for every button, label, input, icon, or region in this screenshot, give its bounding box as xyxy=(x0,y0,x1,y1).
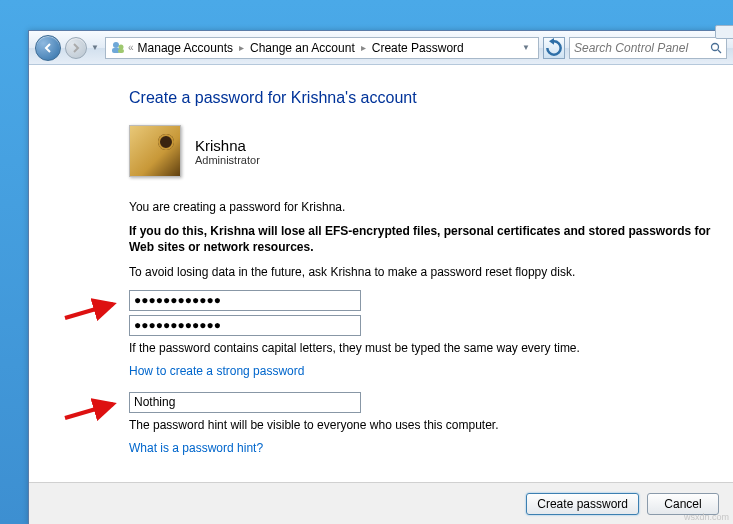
tip-text: To avoid losing data in the future, ask … xyxy=(129,264,711,280)
search-placeholder: Search Control Panel xyxy=(574,41,688,55)
breadcrumb[interactable]: « Manage Accounts ▸ Change an Account ▸ … xyxy=(105,37,539,59)
window-control-stub xyxy=(715,25,733,39)
content-area: Create a password for Krishna's account … xyxy=(29,65,733,524)
svg-rect-3 xyxy=(118,49,124,53)
refresh-button[interactable] xyxy=(543,37,565,59)
warning-text: If you do this, Krishna will lose all EF… xyxy=(129,223,711,255)
forward-button[interactable] xyxy=(65,37,87,59)
svg-point-4 xyxy=(712,43,719,50)
user-role: Administrator xyxy=(195,154,260,166)
chevron-right-icon: ▸ xyxy=(237,42,246,53)
search-input[interactable]: Search Control Panel xyxy=(569,37,727,59)
avatar xyxy=(129,125,181,177)
password-hint-link[interactable]: What is a password hint? xyxy=(129,441,263,455)
footer: Create password Cancel xyxy=(29,482,733,524)
svg-point-0 xyxy=(113,42,119,48)
strong-password-link[interactable]: How to create a strong password xyxy=(129,364,304,378)
chevron-right-icon: ▸ xyxy=(359,42,368,53)
watermark: wsxdn.com xyxy=(684,512,729,522)
breadcrumb-dropdown[interactable]: ▼ xyxy=(518,43,534,52)
back-button[interactable] xyxy=(35,35,61,61)
search-icon xyxy=(710,42,722,54)
breadcrumb-item[interactable]: Change an Account xyxy=(248,41,357,55)
intro-text: You are creating a password for Krishna. xyxy=(129,199,711,215)
page-title: Create a password for Krishna's account xyxy=(129,89,711,107)
svg-line-7 xyxy=(65,404,113,418)
svg-line-6 xyxy=(65,304,113,318)
annotation-arrow xyxy=(61,298,121,322)
caps-note: If the password contains capital letters… xyxy=(129,340,711,356)
breadcrumb-item[interactable]: Manage Accounts xyxy=(136,41,235,55)
arrow-left-icon xyxy=(42,42,54,54)
user-name: Krishna xyxy=(195,137,260,154)
breadcrumb-item[interactable]: Create Password xyxy=(370,41,466,55)
svg-line-5 xyxy=(718,50,721,53)
hint-note: The password hint will be visible to eve… xyxy=(129,417,711,433)
breadcrumb-overflow-icon[interactable]: « xyxy=(128,42,134,53)
navbar: ▼ « Manage Accounts ▸ Change an Account … xyxy=(29,31,733,65)
control-panel-window: ▼ « Manage Accounts ▸ Change an Account … xyxy=(28,30,733,524)
hint-field[interactable] xyxy=(129,392,361,413)
confirm-password-field[interactable] xyxy=(129,315,361,336)
users-icon xyxy=(110,40,126,56)
refresh-icon xyxy=(544,38,564,58)
password-field[interactable] xyxy=(129,290,361,311)
user-block: Krishna Administrator xyxy=(129,125,711,177)
arrow-right-icon xyxy=(70,42,82,54)
create-password-button[interactable]: Create password xyxy=(526,493,639,515)
annotation-arrow xyxy=(61,398,121,422)
nav-history-dropdown[interactable]: ▼ xyxy=(91,43,101,52)
